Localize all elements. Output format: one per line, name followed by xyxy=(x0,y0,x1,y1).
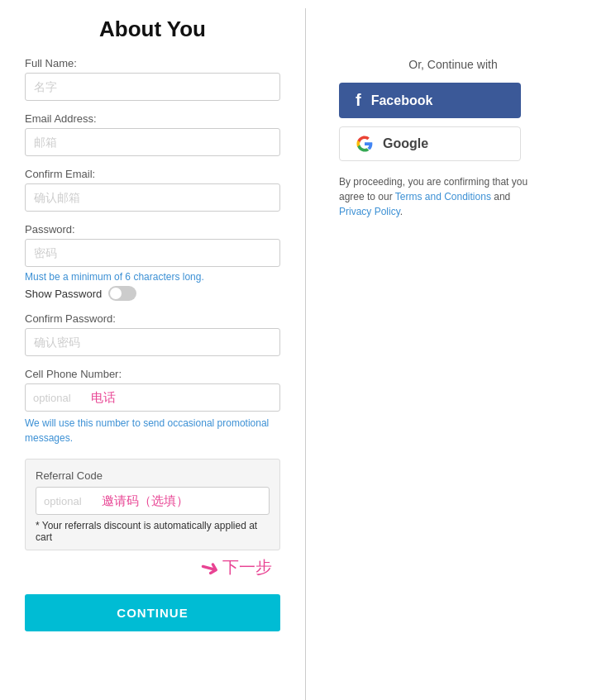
terms-link[interactable]: Terms and Conditions xyxy=(395,191,491,202)
confirm-password-label: Confirm Password: xyxy=(25,312,280,325)
show-password-label: Show Password xyxy=(25,288,102,300)
show-password-toggle[interactable] xyxy=(108,286,136,301)
phone-label: Cell Phone Number: xyxy=(25,368,280,380)
right-panel: Or, Continue with f Facebook Google By p… xyxy=(306,8,592,700)
terms-end: . xyxy=(400,206,403,217)
phone-input-wrapper: optional 电话 xyxy=(25,383,280,412)
email-input[interactable] xyxy=(25,128,280,156)
google-label: Google xyxy=(383,136,428,151)
page-title: About You xyxy=(25,17,280,42)
left-panel: About You Full Name: Email Address: Conf… xyxy=(0,8,306,700)
confirm-password-input[interactable] xyxy=(25,328,280,356)
referral-box: Referral Code optional 邀请码（选填） * Your re… xyxy=(25,459,280,550)
confirm-email-label: Confirm Email: xyxy=(25,168,280,180)
password-input[interactable] xyxy=(25,239,280,267)
terms-text: By proceeding, you are confirming that y… xyxy=(339,174,537,219)
arrow-annotation-row: ➜ 下一步 xyxy=(25,554,280,581)
full-name-input[interactable] xyxy=(25,73,280,101)
referral-hint: * Your referrals discount is automatical… xyxy=(36,520,270,543)
arrow-icon: ➜ xyxy=(197,552,222,583)
facebook-label: Facebook xyxy=(371,93,433,108)
referral-label: Referral Code xyxy=(36,469,270,482)
terms-and: and xyxy=(491,191,510,202)
email-label: Email Address: xyxy=(25,112,280,125)
facebook-icon: f xyxy=(356,91,361,110)
or-continue-text: Or, Continue with xyxy=(339,58,567,71)
confirm-email-input[interactable] xyxy=(25,183,280,212)
phone-promo-hint: We will use this number to send occasion… xyxy=(25,416,280,445)
google-icon xyxy=(356,136,373,152)
next-step-label: 下一步 xyxy=(222,556,272,579)
facebook-button[interactable]: f Facebook xyxy=(339,83,521,118)
google-button[interactable]: Google xyxy=(339,126,521,161)
referral-input-wrapper: optional 邀请码（选填） xyxy=(36,487,270,515)
full-name-label: Full Name: xyxy=(25,57,280,69)
privacy-link[interactable]: Privacy Policy xyxy=(339,206,400,217)
continue-button[interactable]: CONTINUE xyxy=(25,594,280,631)
show-password-row: Show Password xyxy=(25,286,280,301)
password-hint: Must be a minimum of 6 characters long. xyxy=(25,271,280,283)
password-label: Password: xyxy=(25,223,280,236)
referral-input[interactable] xyxy=(36,487,270,515)
phone-input[interactable] xyxy=(25,383,280,412)
